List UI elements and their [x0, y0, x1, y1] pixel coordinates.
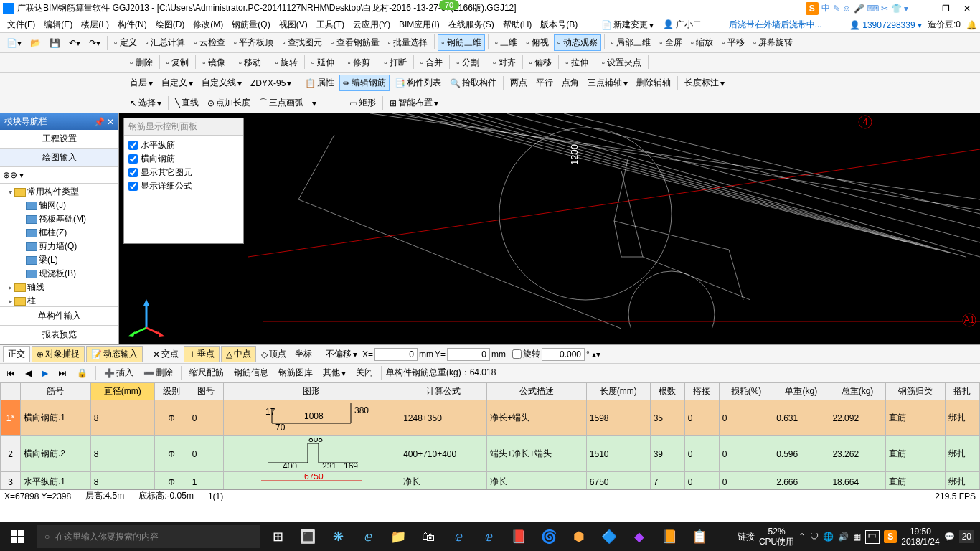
delete-button[interactable]: ➖ 删除 — [140, 364, 176, 381]
next-button[interactable]: ▶ — [38, 366, 52, 380]
pick-button[interactable]: 🔍 拾取构件 — [446, 75, 500, 91]
x-input[interactable] — [374, 348, 418, 361]
menu-工具(T)[interactable]: 工具(T) — [312, 17, 349, 32]
menu-版本号(B)[interactable]: 版本号(B) — [536, 17, 582, 32]
info-button[interactable]: 钢筋信息 — [230, 364, 272, 381]
tb-打断[interactable]: ▫ 打断 — [380, 55, 410, 71]
nav-single-input[interactable]: 单构件输入 — [0, 306, 118, 326]
offset-mode[interactable]: 不偏移 ▾ — [322, 346, 361, 362]
tb-动态观察[interactable]: ▫ 动态观察 — [554, 34, 601, 51]
task-app-5[interactable]: ⬢ — [564, 522, 594, 551]
twopt-button[interactable]: 两点 — [507, 75, 531, 91]
rotate-input[interactable] — [542, 348, 585, 361]
task-app-3[interactable]: 📕 — [504, 522, 534, 551]
tree-框柱(Z)[interactable]: 框柱(Z) — [1, 226, 117, 240]
close-button[interactable]: ✕ — [957, 1, 977, 16]
menu-绘图(D)[interactable]: 绘图(D) — [151, 17, 189, 32]
pin-icon[interactable]: 📌 ✕ — [94, 117, 114, 127]
vert-snap[interactable]: ◇ 顶点 — [258, 346, 290, 362]
cross-snap[interactable]: ✕ 交点 — [149, 346, 182, 362]
tray-app-icon[interactable]: ▦ — [853, 532, 861, 542]
task-app-7[interactable]: ◆ — [624, 522, 654, 551]
cp-水平纵筋[interactable]: 水平纵筋 — [128, 138, 239, 152]
rebar-display-panel[interactable]: 钢筋显示控制面板 水平纵筋 横向钢筋 显示其它图元 显示详细公式 — [123, 118, 244, 244]
dimlen-button[interactable]: 长度标注 ▾ — [681, 75, 728, 91]
menu-编辑(E)[interactable]: 编辑(E) — [39, 17, 77, 32]
tree-轴线[interactable]: ▸轴线 — [1, 281, 117, 294]
tb-缩放[interactable]: ▫ 缩放 — [687, 34, 717, 51]
tb-延伸[interactable]: ▫ 延伸 — [308, 55, 338, 71]
tb-复制[interactable]: ▫ 复制 — [163, 55, 193, 71]
custom-select[interactable]: 自定义 ▾ — [158, 75, 197, 91]
task-edge2[interactable]: ⅇ — [443, 522, 473, 551]
tb-合并[interactable]: ▫ 合并 — [417, 55, 447, 71]
tree-现浇板(B)[interactable]: 现浇板(B) — [1, 267, 117, 281]
tb-钢筋三维[interactable]: ▫ 钢筋三维 — [438, 34, 485, 51]
tb-拉伸[interactable]: ▫ 拉伸 — [562, 55, 592, 71]
library-button[interactable]: 钢筋图库 — [275, 364, 316, 381]
rebar-table[interactable]: 筋号直径(mm)级别图号图形计算公式公式描述长度(mm)根数搭接损耗(%)单重(… — [0, 382, 980, 489]
task-store[interactable]: 🛍 — [413, 522, 443, 551]
open-button[interactable]: 📂 — [27, 36, 44, 50]
mid-snap[interactable]: △ 中点 — [221, 346, 256, 362]
menu-云应用(Y)[interactable]: 云应用(Y) — [349, 17, 395, 32]
arc3-button[interactable]: ⌒ 三点画弧 — [255, 95, 307, 111]
rect-button[interactable]: ▭ 矩形 — [346, 95, 380, 111]
tray-ime-s[interactable]: S — [884, 530, 897, 543]
ime-extra-icons[interactable]: ✎ ☺ 🎤 ⌨ ✂ 👕 ▾ — [833, 4, 908, 14]
cp-显示详细公式[interactable]: 显示详细公式 — [128, 179, 239, 193]
close-grid-button[interactable]: 关闭 — [352, 364, 377, 381]
threeaux-button[interactable]: 三点辅轴 ▾ — [584, 75, 631, 91]
tray-vol-icon[interactable]: 🔊 — [838, 532, 849, 542]
tb-局部三维[interactable]: ▫ 局部三维 — [608, 34, 655, 51]
nav-draw-input[interactable]: 绘图输入 — [0, 149, 118, 167]
last-button[interactable]: ⏭ — [55, 366, 70, 380]
task-app-4[interactable]: 🌀 — [534, 522, 564, 551]
task-edge[interactable]: ⅇ — [353, 522, 383, 551]
insert-button[interactable]: ➕ 插入 — [100, 364, 137, 381]
tray-notif-icon[interactable]: 💬 — [944, 532, 955, 542]
nav-report[interactable]: 报表预览 — [0, 326, 118, 344]
status-link[interactable]: 后浇带在外墙后浇带中... — [729, 19, 822, 31]
tb-汇总计算[interactable]: ▫ 汇总计算 — [142, 34, 189, 51]
maximize-button[interactable]: ❐ — [936, 1, 956, 16]
task-app-2[interactable]: ❋ — [323, 522, 353, 551]
code-select[interactable]: ZDYX-95 ▾ — [247, 76, 295, 90]
tree-梁(L)[interactable]: 梁(L) — [1, 253, 117, 267]
task-app-8[interactable]: 📙 — [654, 522, 684, 551]
system-tray[interactable]: 链接 52%CPU使用 ⌃ 🛡 🌐 🔊 ▦ 中 S 19:502018/1/24… — [732, 527, 980, 547]
start-button[interactable] — [0, 522, 34, 551]
minimize-button[interactable]: — — [914, 1, 934, 16]
tb-批量选择[interactable]: ▫ 批量选择 — [385, 34, 432, 51]
viewport-3d[interactable]: 4 A1 1200 钢筋显示控制面板 水平纵筋 横向钢筋 显示其它图元 显示详细… — [119, 113, 980, 344]
coord-snap[interactable]: 坐标 — [291, 346, 316, 362]
tray-clock[interactable]: 19:502018/1/24 — [901, 527, 939, 547]
axis-gizmo[interactable] — [125, 296, 168, 339]
ptlen-button[interactable]: ⊙ 点加长度 — [204, 95, 254, 111]
line-button[interactable]: ╲ 直线 — [171, 95, 202, 111]
menu-修改(M)[interactable]: 修改(M) — [189, 17, 227, 32]
select-button[interactable]: ↖ 选择 ▾ — [126, 95, 165, 111]
tb-镜像[interactable]: ▫ 镜像 — [199, 55, 229, 71]
phone-link[interactable]: 👤 13907298339 ▾ — [849, 20, 922, 30]
nav-project-settings[interactable]: 工程设置 — [0, 130, 118, 149]
taskview-icon[interactable]: ⊞ — [263, 522, 293, 551]
rebar-row-2[interactable]: 2横向钢筋.28Φ0400231169808400+710+400端头+净长+端… — [1, 436, 980, 472]
delaux-button[interactable]: 删除辅轴 — [633, 75, 674, 91]
task-app-9[interactable]: 📋 — [684, 522, 715, 551]
redo-button[interactable]: ↷▾ — [85, 36, 104, 50]
first-button[interactable]: ⏮ — [3, 366, 19, 380]
ime-zhong[interactable]: 中 — [821, 2, 830, 14]
tb-对齐[interactable]: ▫ 对齐 — [489, 55, 519, 71]
tb-设置夹点[interactable]: ▫ 设置夹点 — [598, 55, 646, 71]
menu-楼层(L)[interactable]: 楼层(L) — [77, 17, 113, 32]
save-button[interactable]: 💾 — [46, 36, 64, 50]
tb-删除[interactable]: ▫ 删除 — [126, 55, 156, 71]
new-change-button[interactable]: 📄 新建变更 ▾ — [598, 17, 657, 33]
edit-rebar-button[interactable]: ✏ 编辑钢筋 — [339, 75, 390, 91]
tray-net-icon[interactable]: 🌐 — [823, 532, 834, 542]
attrs-button[interactable]: 📋 属性 — [301, 75, 338, 91]
parallel-button[interactable]: 平行 — [532, 75, 557, 91]
tb-俯视[interactable]: ▫ 俯视 — [522, 34, 552, 51]
tree-常用构件类型[interactable]: ▾常用构件类型 — [1, 185, 117, 199]
